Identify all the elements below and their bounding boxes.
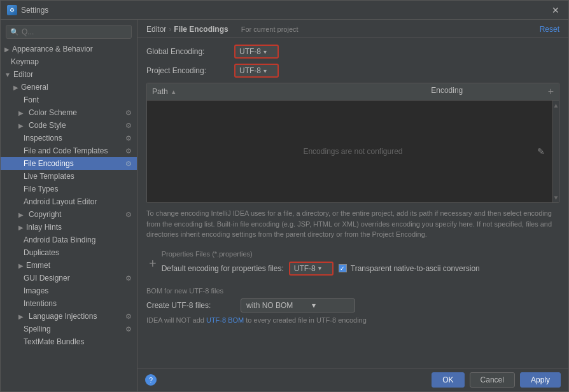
- sidebar-item-androiddatabinding[interactable]: Android Data Binding: [1, 234, 137, 246]
- sidebar-item-font[interactable]: Font: [1, 94, 137, 106]
- sidebar-item-label: Keymap: [11, 57, 132, 66]
- sidebar-item-inlayhints[interactable]: ▶ Inlay Hints: [1, 221, 137, 234]
- sidebar-item-label: Android Data Binding: [24, 235, 132, 244]
- settings-icon: ⚙: [125, 312, 132, 321]
- bom-note-suffix: to every created file in UTF-8 encoding: [244, 316, 367, 324]
- table-scrollbar: ▲ ▼: [552, 101, 559, 202]
- table-col-encoding: Encoding: [349, 86, 545, 97]
- sidebar-item-textmatebundles[interactable]: TextMate Bundles: [1, 335, 137, 348]
- sidebar-item-emmet[interactable]: ▶ Emmet: [1, 259, 137, 272]
- sidebar-item-label: Inspections: [24, 134, 125, 143]
- project-encoding-label: Project Encoding:: [146, 66, 229, 75]
- transparent-checkbox[interactable]: ✓: [339, 264, 347, 272]
- search-icon: 🔍: [10, 28, 19, 36]
- sidebar-item-general[interactable]: ▶ General: [1, 81, 137, 94]
- transparent-label: Transparent native-to-ascii conversion: [351, 264, 480, 273]
- reset-button[interactable]: Reset: [540, 25, 559, 34]
- settings-icon: ⚙: [125, 109, 132, 117]
- sidebar-item-label: Emmet: [26, 261, 132, 270]
- sidebar-item-label: Live Templates: [24, 172, 132, 181]
- properties-default-label: Default encoding for properties files:: [162, 264, 284, 273]
- dialog-title: Settings: [21, 6, 48, 15]
- sidebar-item-guidesigner[interactable]: GUI Designer ⚙: [1, 272, 137, 284]
- content-panel: Editor › File Encodings For current proj…: [137, 20, 568, 391]
- arrow-icon: ▶: [18, 224, 24, 231]
- sidebar-item-label: TextMate Bundles: [24, 337, 132, 346]
- dialog-body: 🔍 ▶ Appearance & Behavior Keymap ▼ Edito…: [1, 20, 568, 391]
- sidebar-item-copyright[interactable]: ▶ Copyright ⚙: [1, 208, 137, 221]
- sidebar-item-filetypes[interactable]: File Types: [1, 183, 137, 195]
- encoding-header-label: Encoding: [431, 86, 463, 95]
- sidebar-item-label: Color Scheme: [29, 108, 77, 117]
- cancel-button[interactable]: Cancel: [470, 372, 515, 388]
- sidebar-item-intentions[interactable]: Intentions: [1, 297, 137, 310]
- table-header: Path ▲ Encoding +: [147, 83, 559, 101]
- breadcrumb: Editor › File Encodings: [146, 25, 228, 34]
- project-encoding-value: UTF-8: [239, 66, 261, 75]
- title-bar-left: ⚙ Settings: [7, 5, 48, 15]
- scrollbar-down-icon[interactable]: ▼: [552, 193, 559, 202]
- settings-icon: ⚙: [125, 147, 132, 155]
- sidebar-item-label: Duplicates: [24, 248, 132, 257]
- arrow-icon: ▶: [13, 84, 18, 91]
- sidebar-item-filecodetemplates[interactable]: File and Code Templates ⚙: [1, 144, 137, 157]
- table-body: Encodings are not configured ▲ ▼ ✎: [147, 101, 559, 202]
- dropdown-arrow-icon: ▾: [312, 301, 316, 310]
- ok-button[interactable]: OK: [432, 372, 464, 388]
- close-button[interactable]: ✕: [549, 5, 562, 15]
- add-properties-button[interactable]: +: [149, 257, 157, 270]
- sidebar-item-fileencodings[interactable]: File Encodings ⚙: [1, 157, 137, 170]
- sidebar-item-label: Editor: [13, 70, 132, 79]
- sidebar-item-androidlayout[interactable]: Android Layout Editor: [1, 195, 137, 208]
- path-header-label: Path: [152, 87, 168, 96]
- arrow-icon: ▶: [18, 313, 24, 320]
- sidebar-item-label: Code Style: [29, 121, 66, 130]
- global-encoding-row: Global Encoding: UTF-8 ▾: [146, 45, 559, 59]
- app-icon: ⚙: [7, 5, 17, 15]
- settings-icon: ⚙: [125, 160, 132, 168]
- add-encoding-button[interactable]: +: [548, 86, 554, 97]
- sidebar-item-colorscheme[interactable]: ▶ Color Scheme ⚙: [1, 106, 137, 119]
- sidebar-item-label: Inlay Hints: [26, 223, 132, 232]
- sidebar-item-label: File Encodings: [24, 159, 125, 168]
- settings-icon: ⚙: [125, 122, 132, 130]
- breadcrumb-parent: Editor: [146, 25, 166, 34]
- content-main: Global Encoding: UTF-8 ▾ Project Encodin…: [137, 38, 568, 368]
- sidebar-item-duplicates[interactable]: Duplicates: [1, 246, 137, 259]
- global-encoding-label: Global Encoding:: [146, 47, 229, 56]
- apply-button[interactable]: Apply: [520, 372, 561, 388]
- edit-button[interactable]: ✎: [537, 146, 545, 157]
- scrollbar-up-icon[interactable]: ▲: [552, 101, 559, 110]
- search-input[interactable]: [22, 27, 127, 36]
- sidebar-item-keymap[interactable]: Keymap: [1, 55, 137, 68]
- path-encoding-table: Path ▲ Encoding + Encodings are not conf…: [146, 83, 559, 203]
- help-button[interactable]: ?: [145, 374, 157, 386]
- sidebar-item-spelling[interactable]: Spelling ⚙: [1, 323, 137, 335]
- settings-icon: ⚙: [125, 134, 132, 143]
- search-box[interactable]: 🔍: [6, 25, 132, 39]
- sidebar-item-label: Intentions: [24, 299, 132, 308]
- arrow-icon: ▶: [18, 122, 24, 129]
- sidebar-item-codestyle[interactable]: ▶ Code Style ⚙: [1, 119, 137, 132]
- sidebar-item-editor[interactable]: ▼ Editor: [1, 68, 137, 81]
- arrow-icon: ▶: [4, 46, 10, 53]
- sidebar-item-label: Images: [24, 286, 132, 295]
- sidebar: 🔍 ▶ Appearance & Behavior Keymap ▼ Edito…: [1, 20, 137, 391]
- sidebar-item-label: File Types: [24, 185, 132, 193]
- transparent-checkbox-row: ✓ Transparent native-to-ascii conversion: [339, 264, 480, 273]
- sidebar-item-inspections[interactable]: Inspections ⚙: [1, 132, 137, 144]
- footer: ? OK Cancel Apply: [137, 368, 568, 391]
- sidebar-item-languageinjections[interactable]: ▶ Language Injections ⚙: [1, 310, 137, 323]
- content-header: Editor › File Encodings For current proj…: [137, 20, 568, 38]
- footer-left: ?: [145, 374, 157, 386]
- bom-value: with NO BOM: [246, 301, 293, 310]
- global-encoding-dropdown[interactable]: UTF-8 ▾: [234, 45, 279, 59]
- bom-dropdown[interactable]: with NO BOM ▾: [241, 298, 355, 312]
- sidebar-item-appearance[interactable]: ▶ Appearance & Behavior: [1, 43, 137, 55]
- properties-encoding-dropdown[interactable]: UTF-8 ▾: [289, 262, 334, 276]
- sidebar-item-images[interactable]: Images: [1, 284, 137, 297]
- for-project-label: For current project: [241, 25, 299, 33]
- global-encoding-value: UTF-8: [239, 47, 261, 56]
- project-encoding-dropdown[interactable]: UTF-8 ▾: [234, 64, 279, 78]
- sidebar-item-livetemplates[interactable]: Live Templates: [1, 170, 137, 183]
